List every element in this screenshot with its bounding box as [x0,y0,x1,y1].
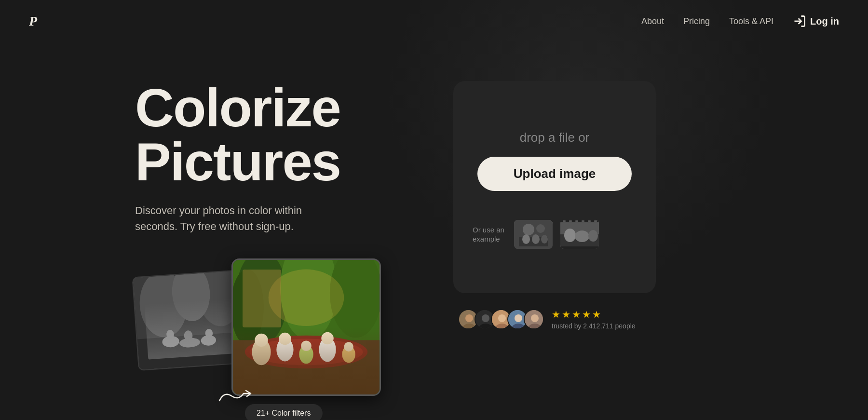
nav-tools-api[interactable]: Tools & API [729,16,773,27]
trust-count: trusted by 2,412,711 people [552,322,636,330]
svg-point-17 [269,270,344,326]
svg-point-64 [531,314,539,322]
star-5: ★ [592,309,601,320]
color-filters-badge: 21+ Color filters [245,404,323,420]
avatar-5 [524,309,544,329]
svg-point-61 [515,314,522,322]
upload-section: drop a file or Upload image Or use an ex… [453,81,656,330]
svg-rect-45 [563,220,566,222]
drop-text: drop a file or [520,130,590,145]
svg-rect-50 [594,220,597,222]
svg-point-28 [321,332,333,344]
arrow-doodle [217,384,256,408]
svg-point-10 [201,335,217,346]
svg-point-13 [235,260,287,345]
hero-subtitle: Discover your photos in color within sec… [135,203,318,234]
svg-point-32 [523,224,534,235]
svg-point-27 [319,338,336,362]
examples-row: Or use an example [473,220,637,249]
svg-point-37 [541,235,548,244]
navigation: P About Pricing Tools & API Log in [0,0,868,42]
svg-point-58 [498,314,506,322]
star-rating: ★ ★ ★ ★ ★ [552,309,636,320]
svg-rect-44 [560,246,599,249]
svg-point-23 [276,338,293,362]
upload-card: drop a file or Upload image Or use an ex… [453,81,656,293]
svg-point-16 [233,270,264,345]
svg-point-29 [342,346,355,363]
color-photo-svg [233,260,380,394]
svg-point-41 [575,230,589,242]
svg-point-26 [301,340,312,351]
svg-point-11 [205,329,213,338]
svg-point-4 [170,270,212,323]
logo[interactable]: P [29,14,37,29]
example-thumb-1[interactable] [514,220,553,249]
trust-info: ★ ★ ★ ★ ★ trusted by 2,412,711 people [552,309,636,330]
color-photo [231,258,381,396]
svg-point-20 [250,339,363,365]
login-icon [793,14,806,28]
login-button[interactable]: Log in [793,14,839,28]
nav-about[interactable]: About [641,16,664,27]
svg-rect-47 [575,220,578,222]
trust-row: ★ ★ ★ ★ ★ trusted by 2,412,711 people [453,309,656,330]
hero-section: Colorize Pictures Discover your photos i… [135,81,415,413]
svg-point-25 [299,345,313,364]
main-content: Colorize Pictures Discover your photos i… [0,52,868,413]
star-1: ★ [552,309,560,320]
star-3: ★ [572,309,581,320]
svg-rect-48 [582,220,584,222]
svg-rect-46 [569,220,572,222]
svg-rect-43 [560,220,599,222]
svg-point-52 [465,314,473,322]
nav-links: About Pricing Tools & API Log in [641,14,839,28]
login-label: Log in [810,16,839,27]
svg-point-40 [564,229,576,242]
svg-point-9 [184,330,193,341]
star-4: ★ [582,309,591,320]
star-2: ★ [562,309,570,320]
demo-photos: 21+ Color filters [135,258,386,413]
avatar-group [458,309,544,329]
svg-point-36 [532,234,540,244]
svg-point-24 [279,333,291,345]
svg-point-21 [252,339,271,365]
nav-pricing[interactable]: Pricing [683,16,710,27]
svg-point-22 [255,334,268,347]
svg-point-35 [522,234,530,244]
svg-point-55 [482,314,489,322]
svg-rect-49 [588,220,591,222]
svg-point-19 [245,336,368,369]
svg-point-30 [344,342,353,352]
examples-label: Or use an example [473,225,506,244]
svg-point-42 [588,230,598,242]
svg-point-8 [179,337,200,348]
upload-button[interactable]: Upload image [477,157,632,191]
color-photo-inner [233,260,380,394]
svg-point-6 [162,335,180,348]
svg-point-33 [536,224,545,233]
hero-title: Colorize Pictures [135,81,415,189]
example-thumb-2[interactable] [560,220,599,249]
svg-point-7 [166,329,175,339]
